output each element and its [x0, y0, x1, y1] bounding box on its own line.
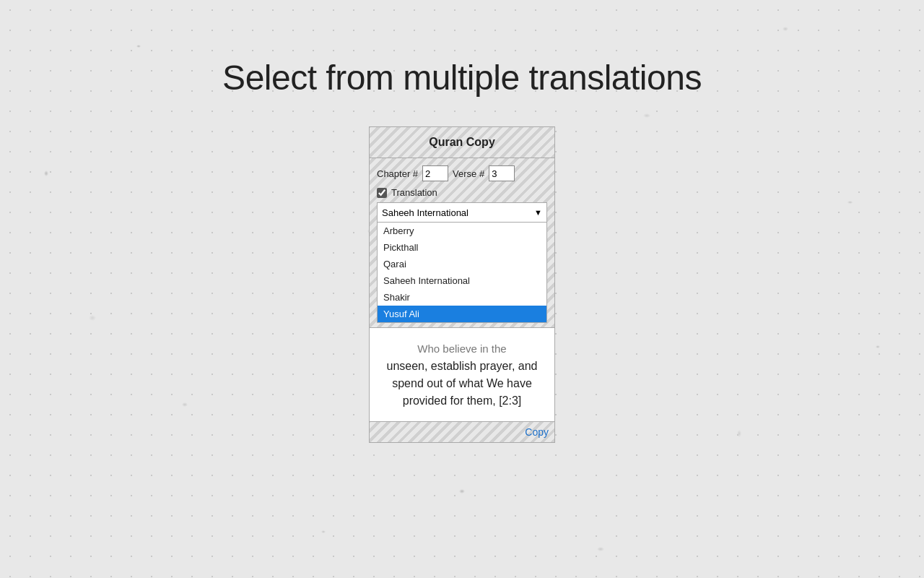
translation-dropdown-list: Arberry Pickthall Qarai Saheeh Internati…: [377, 223, 547, 323]
dropdown-item-pickthall[interactable]: Pickthall: [378, 239, 546, 256]
translation-label: Translation: [391, 187, 437, 198]
verse-text: Who believe in the unseen, establish pra…: [378, 340, 546, 410]
dropdown-item-arberry[interactable]: Arberry: [378, 223, 546, 239]
translation-checkbox[interactable]: [377, 188, 387, 198]
verse-label: Verse #: [453, 168, 484, 179]
verse-top-line: Who believe in the: [417, 342, 506, 355]
translation-select-wrapper: Saheeh International ▼ Arberry Pickthall…: [377, 202, 547, 323]
translation-select-display[interactable]: Saheeh International ▼: [377, 202, 547, 223]
widget-header: Quran Copy: [370, 127, 554, 158]
dropdown-arrow-icon: ▼: [534, 208, 542, 217]
selected-translation-text: Saheeh International: [382, 207, 468, 218]
verse-input[interactable]: [489, 165, 515, 181]
widget-body: Chapter # Verse # Translation Saheeh Int…: [370, 158, 554, 327]
translation-row: Translation: [377, 187, 547, 198]
chapter-verse-row: Chapter # Verse #: [377, 165, 547, 181]
dropdown-item-saheeh[interactable]: Saheeh International: [378, 272, 546, 289]
verse-body-text: unseen, establish prayer, and spend out …: [386, 360, 537, 407]
dropdown-item-qarai[interactable]: Qarai: [378, 256, 546, 272]
chapter-input[interactable]: [422, 165, 448, 181]
copy-button[interactable]: Copy: [525, 426, 549, 438]
widget-footer: Copy: [370, 421, 554, 442]
verse-text-area: Who believe in the unseen, establish pra…: [370, 327, 554, 421]
dropdown-item-shakir[interactable]: Shakir: [378, 289, 546, 306]
dropdown-item-yusuf-ali[interactable]: Yusuf Ali: [378, 306, 546, 322]
quran-copy-widget: Quran Copy Chapter # Verse # Translation…: [369, 126, 555, 443]
page-title: Select from multiple translations: [222, 58, 702, 98]
chapter-label: Chapter #: [377, 168, 418, 179]
